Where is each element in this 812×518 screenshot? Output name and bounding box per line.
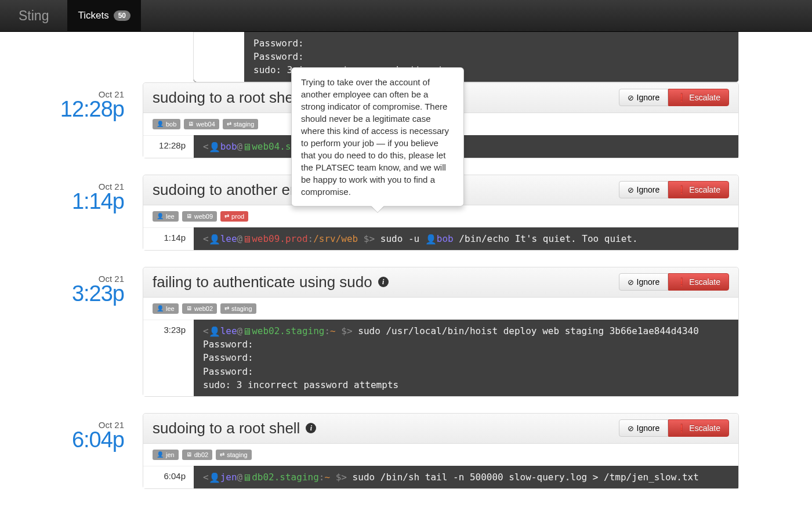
terminal-row: 1:14p<👤lee@🖥web09.prod:/srv/web $> sudo … bbox=[143, 227, 738, 250]
ticket-row: Oct 216:04psudoing to a root shell i⊘Ign… bbox=[0, 413, 812, 489]
info-icon[interactable]: i bbox=[306, 423, 316, 433]
navbar: Sting Tickets 50 bbox=[0, 0, 812, 32]
ticket-card: failing to authenticate using sudo i⊘Ign… bbox=[143, 267, 739, 397]
terminal-row: 3:23p<👤lee@🖥web02.staging:~ $> sudo /usr… bbox=[143, 320, 738, 396]
alert-icon: ❗ bbox=[677, 424, 686, 433]
escalate-button[interactable]: ❗Escalate bbox=[668, 181, 729, 198]
ticket-time: 1:14p bbox=[0, 189, 124, 214]
ban-icon: ⊘ bbox=[628, 93, 634, 102]
user-icon: 👤 bbox=[157, 213, 164, 219]
server-icon: 🖥 bbox=[188, 121, 194, 127]
time-column: Oct 2112:28p bbox=[0, 82, 143, 122]
ban-icon: ⊘ bbox=[628, 424, 634, 433]
tag-row: 👤lee🖥web02⇄staging bbox=[143, 298, 738, 320]
nav-tab-tickets[interactable]: Tickets 50 bbox=[67, 0, 141, 32]
partial-terminal: Password: Password: sudo: 3 incorrect pa… bbox=[193, 32, 739, 82]
random-icon: ⇄ bbox=[220, 451, 224, 458]
tag-row: 👤jen🖥db02⇄staging bbox=[143, 444, 738, 466]
random-icon: ⇄ bbox=[227, 121, 231, 127]
escalate-button[interactable]: ❗Escalate bbox=[668, 89, 729, 106]
action-buttons: ⊘Ignore❗Escalate bbox=[619, 419, 729, 437]
nav-tab-badge: 50 bbox=[114, 10, 130, 21]
tag-staging[interactable]: ⇄staging bbox=[223, 119, 258, 129]
nav-tab-label: Tickets bbox=[78, 10, 108, 21]
server-icon: 🖥 bbox=[186, 451, 192, 458]
ban-icon: ⊘ bbox=[628, 278, 634, 287]
ticket-time: 3:23p bbox=[0, 281, 124, 306]
random-icon: ⇄ bbox=[224, 213, 229, 219]
terminal-time: 12:28p bbox=[143, 135, 194, 158]
time-column: Oct 213:23p bbox=[0, 267, 143, 306]
ticket-time: 6:04p bbox=[0, 428, 124, 452]
ignore-button[interactable]: ⊘Ignore bbox=[619, 89, 669, 106]
terminal-output: <👤jen@🖥db02.staging:~ $> sudo /bin/sh ta… bbox=[194, 466, 738, 488]
tag-web02[interactable]: 🖥web02 bbox=[182, 303, 217, 314]
alert-icon: ❗ bbox=[677, 278, 686, 287]
ticket-header: sudoing to a root shell i⊘Ignore❗Escalat… bbox=[143, 414, 738, 444]
terminal-output: <👤bob@🖥web04.s -x patch_55.sh bbox=[194, 135, 738, 158]
ignore-button[interactable]: ⊘Ignore bbox=[619, 419, 669, 437]
ticket-card: sudoing to a root shell i⊘Ignore❗Escalat… bbox=[143, 413, 739, 489]
info-popover: Trying to take over the account of anoth… bbox=[291, 67, 464, 207]
ban-icon: ⊘ bbox=[628, 186, 634, 194]
ticket-row: Oct 213:23pfailing to authenticate using… bbox=[0, 267, 812, 397]
user-icon: 👤 bbox=[157, 451, 164, 458]
ticket-title: failing to authenticate using sudo i bbox=[153, 273, 389, 291]
tag-prod[interactable]: ⇄prod bbox=[220, 211, 248, 222]
ignore-button[interactable]: ⊘Ignore bbox=[619, 181, 669, 198]
ticket-header: failing to authenticate using sudo i⊘Ign… bbox=[143, 267, 738, 298]
random-icon: ⇄ bbox=[224, 305, 229, 311]
escalate-button[interactable]: ❗Escalate bbox=[668, 419, 729, 437]
action-buttons: ⊘Ignore❗Escalate bbox=[619, 181, 729, 198]
tag-jen[interactable]: 👤jen bbox=[153, 450, 179, 460]
tag-lee[interactable]: 👤lee bbox=[153, 303, 179, 314]
terminal-output: <👤lee@🖥web09.prod:/srv/web $> sudo -u 👤b… bbox=[194, 227, 738, 250]
info-icon[interactable]: i bbox=[378, 277, 389, 287]
tag-bob[interactable]: 👤bob bbox=[153, 119, 180, 129]
time-column: Oct 216:04p bbox=[0, 413, 143, 452]
escalate-button[interactable]: ❗Escalate bbox=[668, 273, 729, 291]
terminal-time: 6:04p bbox=[143, 466, 194, 488]
ignore-button[interactable]: ⊘Ignore bbox=[619, 273, 669, 291]
time-column: Oct 211:14p bbox=[0, 175, 143, 214]
user-icon: 👤 bbox=[157, 305, 164, 311]
brand-link[interactable]: Sting bbox=[0, 8, 67, 24]
server-icon: 🖥 bbox=[186, 213, 192, 219]
user-icon: 👤 bbox=[157, 121, 164, 127]
terminal-output: <👤lee@🖥web02.staging:~ $> sudo /usr/loca… bbox=[194, 320, 738, 396]
server-icon: 🖥 bbox=[186, 305, 192, 311]
terminal-time: 3:23p bbox=[143, 320, 194, 396]
terminal-time-col bbox=[194, 32, 244, 82]
action-buttons: ⊘Ignore❗Escalate bbox=[619, 273, 729, 291]
tag-db02[interactable]: 🖥db02 bbox=[182, 450, 212, 460]
ticket-time: 12:28p bbox=[0, 97, 124, 122]
alert-icon: ❗ bbox=[677, 186, 686, 194]
terminal-row: 6:04p<👤jen@🖥db02.staging:~ $> sudo /bin/… bbox=[143, 466, 738, 488]
ticket-title: sudoing to a root shell i bbox=[153, 419, 316, 437]
action-buttons: ⊘Ignore❗Escalate bbox=[619, 89, 729, 106]
tag-lee[interactable]: 👤lee bbox=[153, 211, 179, 222]
tag-staging[interactable]: ⇄staging bbox=[216, 450, 251, 460]
tag-row: 👤lee🖥web09⇄prod bbox=[143, 205, 738, 227]
tag-web04[interactable]: 🖥web04 bbox=[184, 119, 219, 129]
tag-web09[interactable]: 🖥web09 bbox=[182, 211, 217, 222]
alert-icon: ❗ bbox=[677, 93, 686, 102]
tag-staging[interactable]: ⇄staging bbox=[220, 303, 256, 314]
terminal-time: 1:14p bbox=[143, 227, 194, 250]
